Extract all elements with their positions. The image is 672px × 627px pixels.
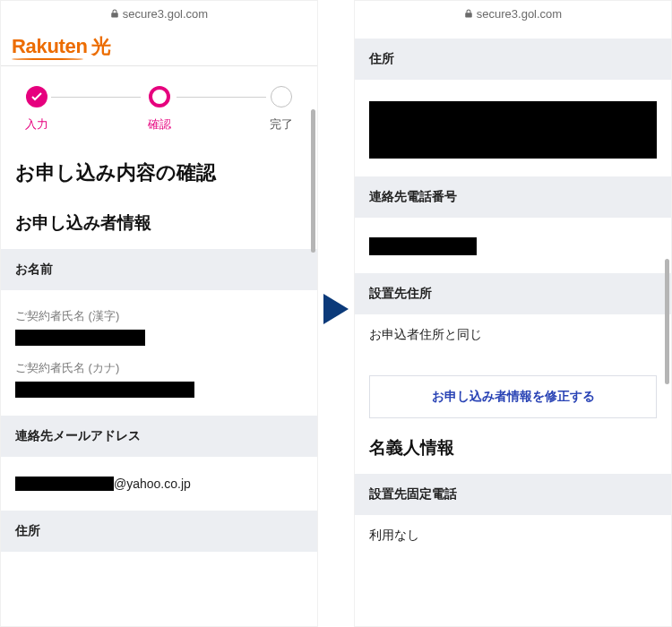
- edit-applicant-button[interactable]: お申し込み者情報を修正する: [369, 375, 657, 418]
- scroll-area-right[interactable]: 住所 連絡先電話番号 設置先住所 お申込者住所と同じ お申し込み者情報を修正する…: [355, 26, 671, 627]
- landline-value: 利用なし: [355, 515, 671, 556]
- url-text: secure3.gol.com: [477, 7, 562, 21]
- scrollbar[interactable]: [665, 259, 669, 384]
- field-address-header: 住所: [355, 39, 671, 80]
- redacted-name-kana: [15, 382, 194, 398]
- step-current-circle: [149, 86, 170, 107]
- step-done-circle: [26, 86, 47, 107]
- step-label-complete: 完了: [270, 116, 293, 133]
- holder-section-title: 名義人情報: [355, 418, 671, 468]
- lock-icon: [464, 9, 473, 18]
- field-email-header: 連絡先メールアドレス: [1, 416, 317, 457]
- field-phone-body: [355, 218, 671, 268]
- field-address-header-left: 住所: [1, 511, 317, 552]
- phone-right: secure3.gol.com 住所 連絡先電話番号 設置先住所 お申込者住所と…: [354, 0, 672, 627]
- redacted-address: [369, 101, 657, 159]
- step-input: 入力: [19, 86, 55, 133]
- applicant-section-title: お申し込み者情報: [1, 193, 317, 244]
- install-value: お申込者住所と同じ: [355, 314, 671, 356]
- lock-icon: [110, 9, 119, 18]
- step-label-input: 入力: [25, 116, 48, 133]
- page-title: お申し込み内容の確認: [1, 143, 317, 193]
- step-connector: [177, 97, 266, 98]
- kana-label: ご契約者氏名 (カナ): [15, 360, 303, 376]
- phone-left: secure3.gol.com Rakuten光 入力 確認 完了: [0, 0, 318, 627]
- field-phone-header: 連絡先電話番号: [355, 176, 671, 218]
- transition-arrow: [323, 291, 349, 327]
- step-confirm: 確認: [142, 86, 177, 133]
- progress-steps: 入力 確認 完了: [1, 66, 317, 143]
- kanji-label: ご契約者氏名 (漢字): [15, 308, 303, 324]
- field-address-body: [355, 80, 671, 171]
- step-complete: 完了: [263, 86, 299, 133]
- redacted-name-kanji: [15, 330, 145, 346]
- brand-underline: [12, 58, 83, 60]
- step-label-confirm: 確認: [148, 116, 171, 133]
- check-icon: [31, 92, 42, 101]
- scroll-area-left[interactable]: 入力 確認 完了 お申し込み内容の確認 お申し込み者情報 お名前 ご契約者氏名 …: [1, 66, 317, 627]
- browser-url-bar: secure3.gol.com: [1, 1, 317, 26]
- browser-url-bar: secure3.gol.com: [355, 1, 671, 26]
- step-future-circle: [271, 86, 292, 107]
- url-text: secure3.gol.com: [123, 7, 208, 21]
- email-value: @yahoo.co.jp: [1, 477, 317, 505]
- redacted-phone: [369, 237, 477, 255]
- email-domain: @yahoo.co.jp: [114, 477, 191, 491]
- field-landline-header: 設置先固定電話: [355, 474, 671, 515]
- field-name-body: ご契約者氏名 (漢字) ご契約者氏名 (カナ): [1, 290, 317, 410]
- redacted-email-local: [15, 477, 114, 491]
- brand-logo-suffix: 光: [91, 35, 111, 57]
- step-connector: [51, 97, 141, 98]
- logo-bar: Rakuten光: [1, 26, 317, 66]
- brand-logo-text: Rakuten: [12, 35, 88, 57]
- field-install-header: 設置先住所: [355, 273, 671, 314]
- arrow-right-icon: [323, 294, 349, 324]
- field-name-header: お名前: [1, 249, 317, 290]
